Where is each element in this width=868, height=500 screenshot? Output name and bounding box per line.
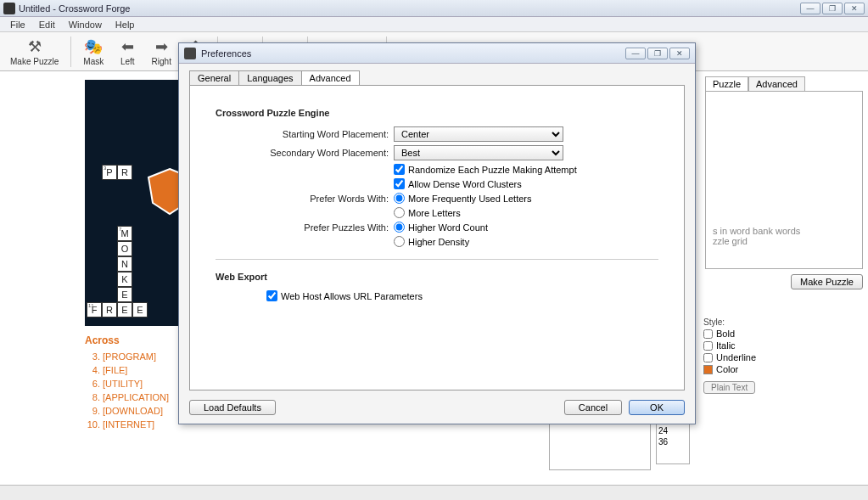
separator: [70, 37, 71, 67]
maximize-button[interactable]: ❐: [822, 3, 843, 14]
size-item[interactable]: 36: [658, 436, 687, 447]
dialog-minimize-button[interactable]: —: [625, 48, 646, 59]
starting-label: Starting Word Placement:: [216, 129, 394, 139]
right-box: s in word bank words zzle grid: [705, 91, 863, 269]
menu-edit[interactable]: Edit: [32, 18, 62, 31]
dialog-titlebar: Preferences — ❐ ✕: [179, 43, 695, 64]
prefer-words-radio-b[interactable]: More Letters: [394, 207, 461, 218]
clue-item[interactable]: 4. [FILE]: [85, 363, 169, 377]
window-title: Untitled - Crossword Forge: [19, 3, 800, 14]
prefer-puzzles-radio-b[interactable]: Higher Density: [394, 236, 469, 247]
prefer-words-radio-a[interactable]: More Frequently Used Letters: [394, 193, 532, 204]
right-panel: Puzzle Advanced s in word bank words zzl…: [705, 76, 863, 289]
app-icon: [3, 3, 15, 14]
hint-text: s in word bank words: [713, 226, 855, 236]
arrow-right-icon: ➡: [151, 37, 171, 57]
grid-cell[interactable]: O: [117, 241, 132, 256]
secondary-select[interactable]: Best: [394, 145, 563, 160]
clue-item[interactable]: 6. [UTILITY]: [85, 377, 169, 390]
prefer-words-label: Prefer Words With:: [216, 194, 394, 204]
bold-checkbox[interactable]: Bold: [703, 329, 771, 339]
left-button[interactable]: ⬅ Left: [112, 35, 143, 68]
make-puzzle-button[interactable]: Make Puzzle: [791, 274, 863, 289]
dialog-close-button[interactable]: ✕: [669, 48, 690, 59]
grid-cell[interactable]: E: [117, 287, 132, 302]
cancel-button[interactable]: Cancel: [564, 400, 622, 415]
dialog-title: Preferences: [201, 48, 625, 59]
menu-window[interactable]: Window: [62, 18, 109, 31]
randomize-checkbox[interactable]: Randomize Each Puzzle Making Attempt: [394, 164, 577, 175]
statusbar: [0, 485, 868, 500]
style-label: Style:: [703, 317, 771, 327]
menubar: File Edit Window Help: [0, 17, 868, 32]
mask-icon: 🎭: [83, 37, 104, 57]
dense-checkbox[interactable]: Allow Dense Word Clusters: [394, 178, 522, 189]
grid-cell[interactable]: R: [117, 165, 132, 180]
ok-button[interactable]: OK: [629, 400, 685, 415]
grid-cell[interactable]: K: [117, 272, 132, 287]
underline-checkbox[interactable]: Underline: [703, 352, 771, 362]
mask-button[interactable]: 🎭 Mask: [78, 35, 109, 68]
tab-languages[interactable]: Languages: [238, 70, 301, 85]
size-item[interactable]: 24: [658, 425, 687, 436]
tab-general[interactable]: General: [189, 70, 239, 85]
tab-advanced[interactable]: Advanced: [301, 70, 360, 85]
clue-item[interactable]: 9. [DOWNLOAD]: [85, 404, 169, 418]
grid-cell[interactable]: R: [102, 302, 117, 317]
color-swatch: [703, 365, 713, 374]
clue-item[interactable]: 8. [APPLICATION]: [85, 390, 169, 404]
italic-checkbox[interactable]: Italic: [703, 340, 771, 351]
tab-advanced[interactable]: Advanced: [748, 76, 805, 91]
make-puzzle-button[interactable]: ⚒ Make Puzzle: [5, 35, 64, 68]
web-host-checkbox[interactable]: Web Host Allows URL Parameters: [266, 290, 423, 301]
divider: [216, 259, 658, 260]
engine-heading: Crossword Puzzle Engine: [216, 108, 658, 118]
arrow-left-icon: ⬅: [117, 37, 137, 57]
prefer-puzzles-label: Prefer Puzzles With:: [216, 222, 394, 233]
starting-select[interactable]: Center: [394, 126, 563, 142]
load-defaults-button[interactable]: Load Defaults: [189, 400, 276, 415]
grid-cell[interactable]: E: [117, 302, 132, 317]
grid-cell[interactable]: N: [117, 256, 132, 272]
grid-cell[interactable]: E: [132, 302, 148, 317]
anvil-icon: ⚒: [25, 37, 45, 57]
main-titlebar: Untitled - Crossword Forge — ❐ ✕: [0, 0, 868, 17]
tab-puzzle[interactable]: Puzzle: [705, 76, 748, 91]
menu-file[interactable]: File: [3, 18, 32, 31]
minimize-button[interactable]: —: [800, 3, 820, 14]
grid-cell[interactable]: 11F: [87, 302, 102, 317]
clue-item[interactable]: 10. [INTERNET]: [85, 418, 169, 431]
clue-item[interactable]: 3. [PROGRAM]: [85, 350, 169, 363]
plain-text-button[interactable]: Plain Text: [703, 381, 755, 394]
menu-help[interactable]: Help: [109, 18, 142, 31]
color-checkbox[interactable]: Color: [703, 364, 771, 374]
web-export-heading: Web Export: [216, 272, 658, 282]
prefer-puzzles-radio-a[interactable]: Higher Word Count: [394, 222, 488, 233]
dialog-body: Crossword Puzzle Engine Starting Word Pl…: [189, 85, 685, 390]
app-icon: [184, 48, 196, 59]
preferences-dialog: Preferences — ❐ ✕ General Languages Adva…: [178, 42, 696, 424]
grid-cell[interactable]: 3P: [102, 165, 117, 180]
hint-text: zzle grid: [713, 236, 855, 246]
right-button[interactable]: ➡ Right: [146, 35, 176, 68]
secondary-label: Secondary Word Placement:: [216, 148, 394, 158]
close-button[interactable]: ✕: [844, 3, 865, 14]
grid-cell[interactable]: 7M: [117, 226, 132, 241]
dialog-maximize-button[interactable]: ❐: [647, 48, 668, 59]
